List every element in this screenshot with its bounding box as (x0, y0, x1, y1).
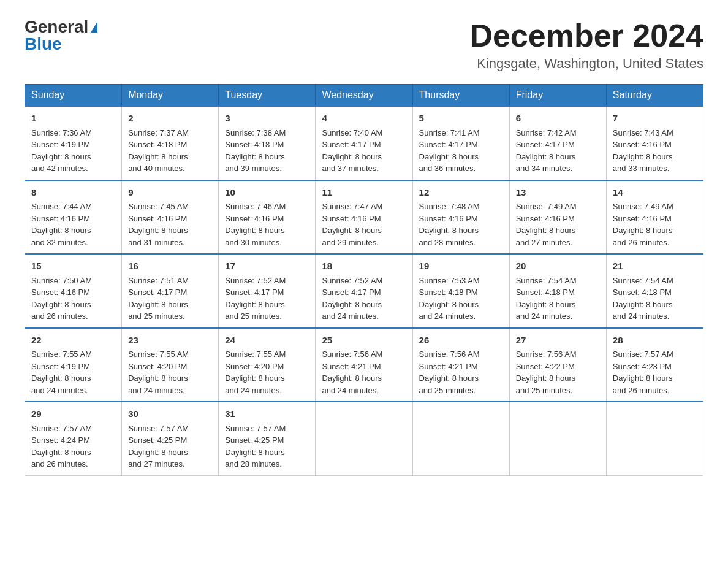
calendar-day-cell (412, 402, 509, 475)
day-number: 30 (128, 407, 212, 421)
day-number: 2 (128, 112, 212, 126)
day-number: 12 (419, 186, 503, 200)
calendar-day-cell: 16Sunrise: 7:51 AMSunset: 4:17 PMDayligh… (122, 254, 219, 328)
calendar-day-cell: 19Sunrise: 7:53 AMSunset: 4:18 PMDayligh… (412, 254, 509, 328)
day-number: 6 (516, 112, 600, 126)
calendar-day-cell: 18Sunrise: 7:52 AMSunset: 4:17 PMDayligh… (316, 254, 412, 328)
calendar-day-cell: 8Sunrise: 7:44 AMSunset: 4:16 PMDaylight… (25, 180, 122, 255)
day-number: 29 (31, 407, 115, 421)
calendar-day-cell: 30Sunrise: 7:57 AMSunset: 4:25 PMDayligh… (122, 402, 219, 475)
weekday-header-wednesday: Wednesday (316, 85, 412, 107)
logo: General Blue (25, 18, 97, 53)
page-header: General Blue December 2024 Kingsgate, Wa… (25, 18, 703, 72)
calendar-week-row: 1Sunrise: 7:36 AMSunset: 4:19 PMDaylight… (25, 106, 703, 180)
calendar-day-cell: 3Sunrise: 7:38 AMSunset: 4:18 PMDaylight… (219, 106, 316, 180)
day-number: 14 (613, 186, 697, 200)
day-number: 25 (322, 334, 406, 348)
calendar-header-row: SundayMondayTuesdayWednesdayThursdayFrid… (25, 85, 703, 107)
weekday-header-sunday: Sunday (25, 85, 122, 107)
weekday-header-friday: Friday (509, 85, 606, 107)
calendar-day-cell: 17Sunrise: 7:52 AMSunset: 4:17 PMDayligh… (219, 254, 316, 328)
weekday-header-tuesday: Tuesday (219, 85, 316, 107)
calendar-table: SundayMondayTuesdayWednesdayThursdayFrid… (25, 84, 703, 476)
calendar-day-cell: 23Sunrise: 7:55 AMSunset: 4:20 PMDayligh… (122, 328, 219, 402)
day-number: 1 (31, 112, 115, 126)
calendar-day-cell: 6Sunrise: 7:42 AMSunset: 4:17 PMDaylight… (509, 106, 606, 180)
calendar-day-cell: 20Sunrise: 7:54 AMSunset: 4:18 PMDayligh… (509, 254, 606, 328)
calendar-day-cell: 5Sunrise: 7:41 AMSunset: 4:17 PMDaylight… (412, 106, 509, 180)
day-number: 26 (419, 334, 503, 348)
calendar-day-cell: 10Sunrise: 7:46 AMSunset: 4:16 PMDayligh… (219, 180, 316, 255)
day-number: 9 (128, 186, 212, 200)
calendar-day-cell (316, 402, 412, 475)
day-number: 27 (516, 334, 600, 348)
calendar-day-cell (606, 402, 703, 475)
calendar-day-cell: 25Sunrise: 7:56 AMSunset: 4:21 PMDayligh… (316, 328, 412, 402)
weekday-header-thursday: Thursday (412, 85, 509, 107)
logo-part1: General (25, 18, 88, 36)
calendar-day-cell: 22Sunrise: 7:55 AMSunset: 4:19 PMDayligh… (25, 328, 122, 402)
calendar-day-cell: 29Sunrise: 7:57 AMSunset: 4:24 PMDayligh… (25, 402, 122, 475)
day-number: 8 (31, 186, 115, 200)
calendar-day-cell: 7Sunrise: 7:43 AMSunset: 4:16 PMDaylight… (606, 106, 703, 180)
day-number: 5 (419, 112, 503, 126)
calendar-day-cell: 11Sunrise: 7:47 AMSunset: 4:16 PMDayligh… (316, 180, 412, 255)
calendar-week-row: 22Sunrise: 7:55 AMSunset: 4:19 PMDayligh… (25, 328, 703, 402)
calendar-week-row: 8Sunrise: 7:44 AMSunset: 4:16 PMDaylight… (25, 180, 703, 255)
day-number: 15 (31, 259, 115, 274)
day-number: 3 (225, 112, 309, 126)
day-number: 7 (613, 112, 697, 126)
day-number: 22 (31, 334, 115, 348)
day-number: 28 (613, 334, 697, 348)
calendar-day-cell: 15Sunrise: 7:50 AMSunset: 4:16 PMDayligh… (25, 254, 122, 328)
location-subtitle: Kingsgate, Washington, United States (469, 56, 703, 72)
day-number: 16 (128, 259, 212, 274)
day-number: 21 (613, 259, 697, 274)
calendar-day-cell: 24Sunrise: 7:55 AMSunset: 4:20 PMDayligh… (219, 328, 316, 402)
calendar-day-cell: 12Sunrise: 7:48 AMSunset: 4:16 PMDayligh… (412, 180, 509, 255)
calendar-day-cell: 26Sunrise: 7:56 AMSunset: 4:21 PMDayligh… (412, 328, 509, 402)
day-number: 17 (225, 259, 309, 274)
calendar-day-cell: 27Sunrise: 7:56 AMSunset: 4:22 PMDayligh… (509, 328, 606, 402)
calendar-day-cell: 4Sunrise: 7:40 AMSunset: 4:17 PMDaylight… (316, 106, 412, 180)
calendar-week-row: 29Sunrise: 7:57 AMSunset: 4:24 PMDayligh… (25, 402, 703, 475)
day-number: 10 (225, 186, 309, 200)
calendar-day-cell: 31Sunrise: 7:57 AMSunset: 4:25 PMDayligh… (219, 402, 316, 475)
calendar-day-cell: 21Sunrise: 7:54 AMSunset: 4:18 PMDayligh… (606, 254, 703, 328)
title-block: December 2024 Kingsgate, Washington, Uni… (469, 18, 703, 72)
calendar-day-cell: 14Sunrise: 7:49 AMSunset: 4:16 PMDayligh… (606, 180, 703, 255)
day-number: 24 (225, 334, 309, 348)
calendar-day-cell: 28Sunrise: 7:57 AMSunset: 4:23 PMDayligh… (606, 328, 703, 402)
day-number: 19 (419, 259, 503, 274)
day-number: 23 (128, 334, 212, 348)
day-number: 31 (225, 407, 309, 421)
calendar-day-cell: 13Sunrise: 7:49 AMSunset: 4:16 PMDayligh… (509, 180, 606, 255)
calendar-day-cell: 1Sunrise: 7:36 AMSunset: 4:19 PMDaylight… (25, 106, 122, 180)
month-year-title: December 2024 (469, 18, 703, 53)
day-number: 13 (516, 186, 600, 200)
calendar-day-cell: 2Sunrise: 7:37 AMSunset: 4:18 PMDaylight… (122, 106, 219, 180)
day-number: 11 (322, 186, 406, 200)
weekday-header-monday: Monday (122, 85, 219, 107)
calendar-day-cell (509, 402, 606, 475)
calendar-day-cell: 9Sunrise: 7:45 AMSunset: 4:16 PMDaylight… (122, 180, 219, 255)
day-number: 18 (322, 259, 406, 274)
logo-part2: Blue (25, 36, 62, 53)
weekday-header-saturday: Saturday (606, 85, 703, 107)
calendar-week-row: 15Sunrise: 7:50 AMSunset: 4:16 PMDayligh… (25, 254, 703, 328)
day-number: 4 (322, 112, 406, 126)
day-number: 20 (516, 259, 600, 274)
